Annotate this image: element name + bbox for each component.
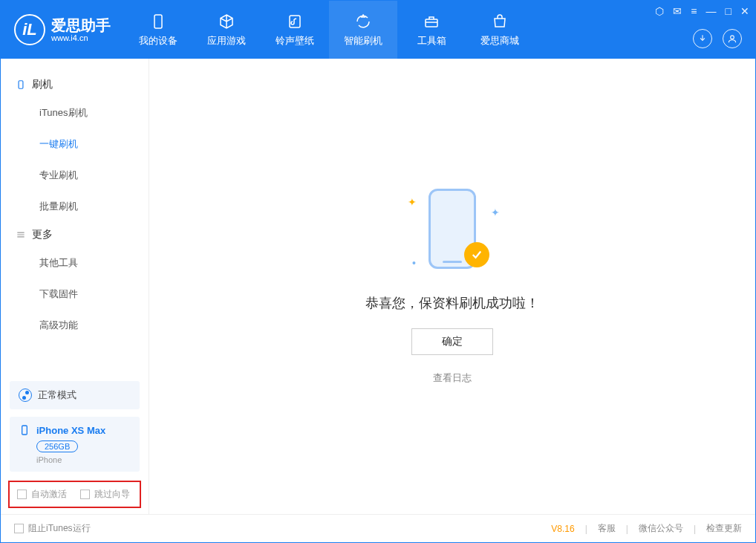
version-label: V8.16	[551, 524, 574, 534]
sparkle-icon: ✦	[408, 196, 417, 208]
checkbox-icon	[17, 490, 27, 499]
tab-store[interactable]: 爱思商城	[466, 1, 534, 59]
checkbox-block-itunes[interactable]: 阻止iTunes运行	[14, 522, 91, 535]
device-capacity: 256GB	[36, 440, 78, 452]
shirt-icon[interactable]: ⬡	[655, 5, 664, 17]
tab-label: 铃声壁纸	[276, 34, 314, 48]
check-badge-icon	[464, 242, 489, 267]
tab-label: 智能刷机	[344, 34, 382, 48]
svg-rect-2	[426, 19, 437, 27]
sidebar-item-oneclick-flash[interactable]: 一键刷机	[1, 129, 149, 160]
device-name: iPhone XS Max	[36, 425, 105, 436]
success-graphic: ✦ ✦ •	[408, 189, 497, 278]
phone-icon	[16, 79, 26, 90]
logo-url: www.i4.cn	[51, 33, 111, 42]
logo[interactable]: iL 爱思助手 www.i4.cn	[1, 14, 124, 45]
checkbox-label: 阻止iTunes运行	[28, 522, 91, 535]
sidebar-group-more: 更多	[1, 222, 149, 247]
refresh-icon	[353, 12, 373, 31]
svg-rect-5	[22, 426, 27, 435]
tab-toolbox[interactable]: 工具箱	[397, 1, 466, 59]
mode-icon	[19, 388, 32, 402]
sparkle-icon: •	[412, 257, 416, 269]
sidebar-group-flash: 刷机	[1, 72, 149, 97]
main-content: ✦ ✦ • 恭喜您，保资料刷机成功啦！ 确定 查看日志	[149, 59, 755, 514]
checkbox-auto-activate[interactable]: 自动激活	[17, 488, 67, 501]
footer: 阻止iTunes运行 V8.16 | 客服 | 微信公众号 | 检查更新	[1, 514, 755, 542]
minimize-icon[interactable]: ―	[706, 5, 717, 17]
tab-label: 爱思商城	[480, 34, 519, 48]
sidebar-group-label: 刷机	[32, 78, 53, 91]
svg-point-3	[731, 36, 734, 39]
tab-apps-games[interactable]: 应用游戏	[192, 1, 261, 59]
header-action-icons	[693, 29, 742, 48]
support-link[interactable]: 客服	[598, 522, 616, 535]
window-controls: ⬡ ✉ ≡ ― □ ✕	[655, 5, 749, 17]
close-icon[interactable]: ✕	[740, 5, 749, 17]
tab-ringtone-wallpaper[interactable]: 铃声壁纸	[261, 1, 329, 59]
download-icon[interactable]	[693, 29, 712, 48]
sidebar-item-advanced[interactable]: 高级功能	[1, 310, 149, 341]
checkbox-icon	[80, 490, 90, 499]
tab-label: 我的设备	[139, 34, 177, 48]
sidebar: 刷机 iTunes刷机 一键刷机 专业刷机 批量刷机 更多 其他工具 下载固件 …	[1, 59, 149, 514]
maximize-icon[interactable]: □	[726, 5, 731, 17]
sidebar-item-itunes-flash[interactable]: iTunes刷机	[1, 97, 149, 129]
menu-icon[interactable]: ≡	[691, 5, 697, 17]
device-mode-card[interactable]: 正常模式	[10, 381, 140, 409]
feedback-icon[interactable]: ✉	[673, 5, 682, 17]
success-message: 恭喜您，保资料刷机成功啦！	[365, 294, 539, 312]
phone-icon	[19, 424, 30, 436]
main-tabs: 我的设备 应用游戏 铃声壁纸 智能刷机 工具箱 爱思商城	[124, 1, 534, 59]
sidebar-item-download-firmware[interactable]: 下载固件	[1, 279, 149, 310]
user-icon[interactable]	[723, 29, 742, 48]
tab-label: 应用游戏	[207, 34, 246, 48]
cube-icon	[217, 12, 236, 31]
check-update-link[interactable]: 检查更新	[706, 522, 742, 535]
sidebar-item-other-tools[interactable]: 其他工具	[1, 247, 149, 279]
device-info-card[interactable]: iPhone XS Max 256GB iPhone	[10, 417, 140, 472]
ok-button[interactable]: 确定	[411, 328, 493, 355]
view-log-link[interactable]: 查看日志	[433, 371, 472, 385]
store-icon	[490, 12, 509, 31]
wechat-link[interactable]: 微信公众号	[639, 522, 683, 535]
sidebar-item-pro-flash[interactable]: 专业刷机	[1, 160, 149, 191]
device-mode-label: 正常模式	[38, 388, 76, 402]
sparkle-icon: ✦	[491, 207, 500, 218]
checkbox-label: 跳过向导	[94, 488, 130, 501]
logo-title: 爱思助手	[51, 17, 111, 33]
list-icon	[16, 230, 26, 240]
logo-badge-icon: iL	[14, 14, 45, 45]
svg-rect-0	[154, 15, 162, 28]
device-type: iPhone	[36, 455, 131, 464]
checkbox-label: 自动激活	[31, 488, 67, 501]
toolbox-icon	[422, 12, 441, 31]
device-icon	[149, 12, 168, 31]
header: iL 爱思助手 www.i4.cn 我的设备 应用游戏 铃声壁纸 智能刷机 工具…	[1, 1, 755, 59]
checkbox-icon	[14, 524, 24, 533]
svg-rect-4	[19, 81, 23, 89]
sidebar-group-label: 更多	[32, 228, 53, 241]
checkbox-skip-guide[interactable]: 跳过向导	[80, 488, 130, 501]
tab-label: 工具箱	[417, 34, 446, 48]
tab-smart-flash[interactable]: 智能刷机	[329, 1, 397, 59]
options-box: 自动激活 跳过向导	[8, 481, 141, 508]
tab-my-device[interactable]: 我的设备	[124, 1, 192, 59]
sidebar-item-batch-flash[interactable]: 批量刷机	[1, 191, 149, 222]
music-icon	[285, 12, 304, 31]
